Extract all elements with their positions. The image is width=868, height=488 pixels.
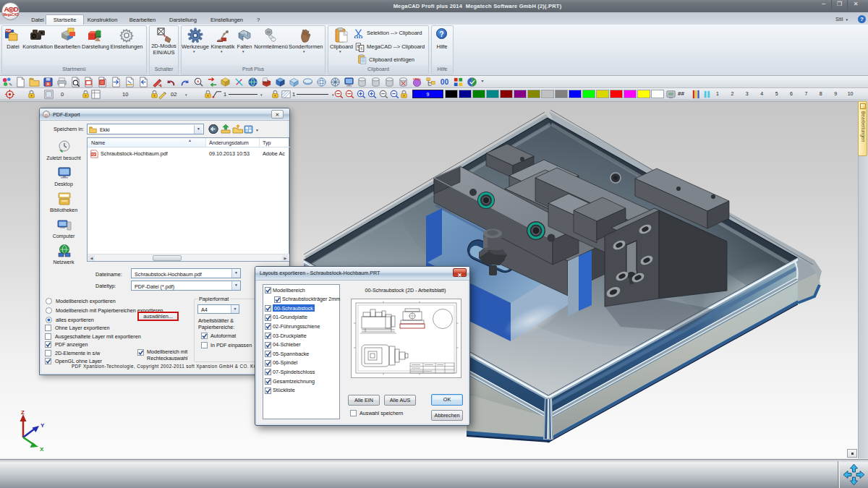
svg-text:00: 00: [441, 78, 449, 86]
svg-text:PDF: PDF: [92, 153, 96, 156]
svg-text:X: X: [40, 446, 44, 452]
svg-text:A: A: [197, 80, 199, 83]
svg-text:✎: ✎: [9, 82, 12, 87]
svg-text:6: 6: [360, 46, 362, 51]
svg-text:Y: Y: [41, 422, 45, 429]
svg-text:PDF: PDF: [6, 29, 12, 33]
svg-text:OPGL: OPGL: [413, 77, 422, 81]
svg-text:Z: Z: [21, 409, 25, 416]
